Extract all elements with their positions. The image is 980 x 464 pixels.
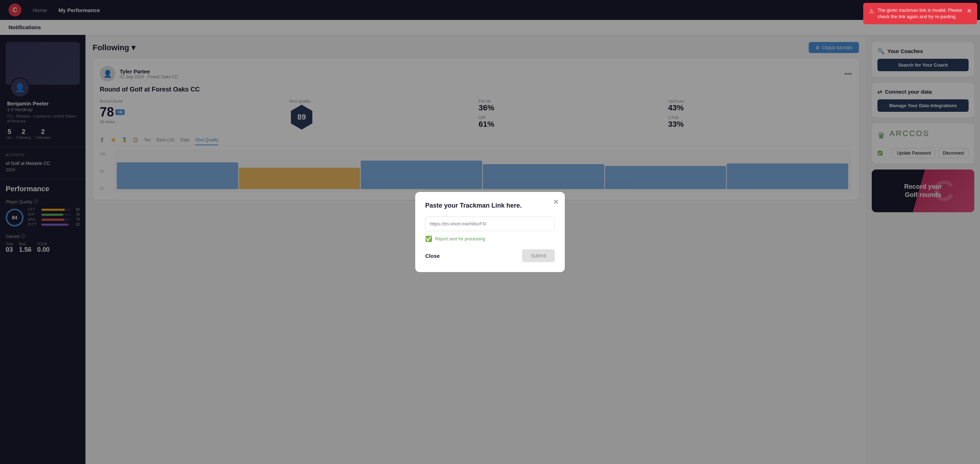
success-text: Report sent for processing <box>435 237 485 242</box>
error-message: The given trackman link is invalid. Plea… <box>877 7 963 20</box>
modal-success-message: ✅ Report sent for processing <box>425 235 555 242</box>
error-toast-close-button[interactable]: ✕ <box>967 7 972 15</box>
trackman-modal: Paste your Trackman Link here. ✕ ✅ Repor… <box>415 192 565 272</box>
trackman-link-input[interactable] <box>425 216 555 231</box>
modal-title: Paste your Trackman Link here. <box>425 202 555 210</box>
error-toast: ⚠ The given trackman link is invalid. Pl… <box>863 3 977 24</box>
success-check-icon: ✅ <box>425 235 432 242</box>
modal-footer: Close Submit <box>425 249 555 262</box>
modal-close-x-button[interactable]: ✕ <box>553 198 559 206</box>
modal-submit-button[interactable]: Submit <box>522 249 555 262</box>
warning-icon: ⚠ <box>869 8 874 15</box>
modal-close-button[interactable]: Close <box>425 253 440 259</box>
modal-overlay: Paste your Trackman Link here. ✕ ✅ Repor… <box>0 0 980 464</box>
